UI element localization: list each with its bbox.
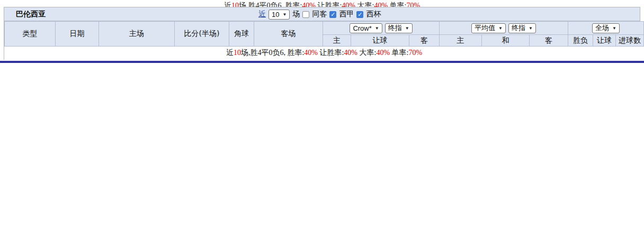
average-source-select[interactable]: 平均值▼ — [471, 23, 506, 33]
laliga-label: 西甲 — [339, 10, 354, 19]
odds-group-header: Crow*▼ 终指▼ — [323, 22, 440, 35]
subcol-result-handicap: 让球 — [593, 35, 616, 47]
chevron-down-icon: ▼ — [498, 26, 503, 31]
same-away-label: 同客 — [312, 10, 327, 19]
team-stats-board: 巴伦西亚 近 10 ▼ 场 同客 ✓ 西甲 ✓ 西杯 — [4, 7, 640, 60]
same-away-checkbox[interactable] — [302, 11, 309, 18]
games-suffix-label: 场 — [292, 10, 300, 19]
games-count-value: 10 — [272, 11, 279, 19]
team-name-title: 巴伦西亚 — [16, 10, 46, 19]
average-time-value: 终指 — [512, 23, 525, 33]
recent-games-link[interactable]: 近 — [258, 10, 266, 19]
games-count-select[interactable]: 10 ▼ — [269, 10, 290, 20]
odds-time-select[interactable]: 终指▼ — [385, 23, 413, 33]
col-header-type: 类型 — [5, 22, 56, 47]
average-source-value: 平均值 — [475, 23, 495, 33]
summary-text: 近10场,胜4平0负6, 胜率:40% 让胜率:40% 大率:40% 单率:70… — [226, 49, 422, 57]
copa-label: 西杯 — [366, 10, 381, 19]
table-header: 类型 日期 主场 比分(半场) 角球 客场 Crow*▼ 终指▼ 平均值 — [5, 22, 644, 47]
odds-source-value: Crow* — [353, 24, 371, 32]
filter-bar: 近 10 ▼ 场 同客 ✓ 西甲 ✓ 西杯 — [258, 7, 381, 21]
subcol-result-goals: 进球数 — [616, 35, 644, 47]
chevron-down-icon: ▼ — [529, 26, 533, 31]
chevron-down-icon: ▼ — [612, 26, 616, 31]
chevron-down-icon: ▼ — [405, 26, 409, 31]
col-header-score: 比分(半场) — [175, 22, 229, 47]
average-time-select[interactable]: 终指▼ — [508, 23, 536, 33]
title-bar: 巴伦西亚 近 10 ▼ 场 同客 ✓ 西甲 ✓ 西杯 — [4, 7, 640, 21]
scope-group-header: 全场▼ — [568, 22, 644, 35]
subcol-result-wdl: 胜负 — [568, 35, 593, 47]
col-header-away: 客场 — [254, 22, 323, 47]
scope-select[interactable]: 全场▼ — [592, 23, 620, 33]
partial-summary-text: 近10场,胜4平0负6, 胜率:40% 让胜率:40% 大率:40% 单率:70… — [224, 1, 420, 7]
col-header-date: 日期 — [56, 22, 99, 47]
odds-time-value: 终指 — [388, 23, 402, 33]
partial-summary-top: 近10场,胜4平0负6, 胜率:40% 让胜率:40% 大率:40% 单率:70… — [0, 0, 644, 7]
col-header-corner: 角球 — [229, 22, 254, 47]
copa-checkbox[interactable]: ✓ — [356, 11, 363, 18]
subcol-odds-home: 主 — [323, 35, 351, 47]
scope-value: 全场 — [595, 23, 609, 33]
subcol-avg-home: 主 — [440, 35, 482, 47]
matches-table: 类型 日期 主场 比分(半场) 角球 客场 Crow*▼ 终指▼ 平均值 — [4, 21, 644, 60]
subcol-odds-away: 客 — [409, 35, 440, 47]
subcol-avg-draw: 和 — [482, 35, 530, 47]
odds-source-select[interactable]: Crow*▼ — [350, 23, 382, 33]
laliga-checkbox[interactable]: ✓ — [329, 11, 336, 18]
subcol-avg-away: 客 — [530, 35, 568, 47]
col-header-home: 主场 — [99, 22, 175, 47]
chevron-down-icon: ▼ — [375, 26, 379, 31]
chevron-down-icon: ▼ — [282, 12, 287, 17]
subcol-odds-handicap: 让球 — [351, 35, 409, 47]
summary-row: 近10场,胜4平0负6, 胜率:40% 让胜率:40% 大率:40% 单率:70… — [5, 47, 644, 60]
recent-matches-panel: 近10场,胜4平0负6, 胜率:40% 让胜率:40% 大率:40% 单率:70… — [0, 0, 644, 228]
bottom-divider — [0, 61, 644, 63]
average-group-header: 平均值▼ 终指▼ — [440, 22, 568, 35]
